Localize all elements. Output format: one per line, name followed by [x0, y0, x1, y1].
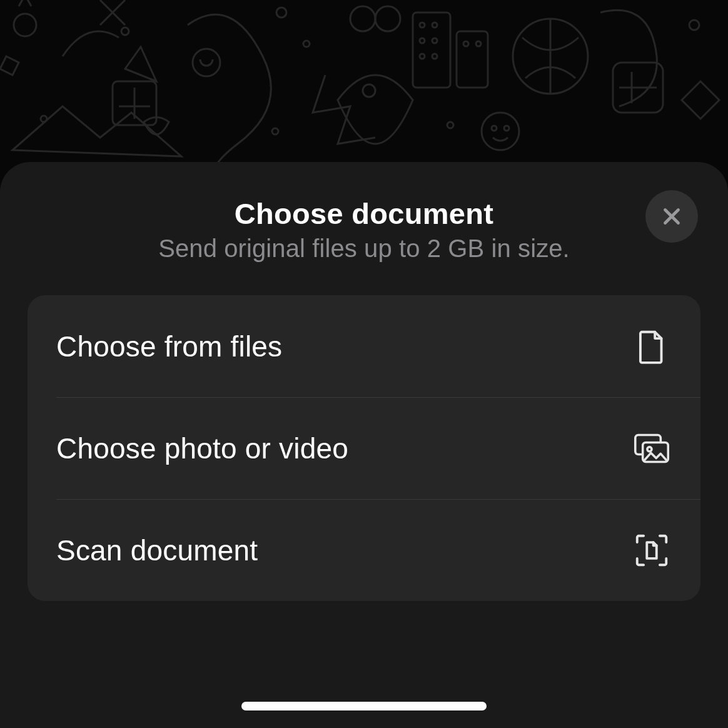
- home-indicator[interactable]: [241, 702, 487, 710]
- document-options-menu: Choose from files Choose photo or video: [28, 295, 700, 601]
- svg-point-22: [41, 116, 47, 122]
- sheet-subtitle: Send original files up to 2 GB in size.: [25, 235, 703, 263]
- svg-point-10: [420, 23, 425, 28]
- svg-point-21: [689, 20, 699, 30]
- action-sheet: Choose document Send original files up t…: [0, 162, 728, 728]
- svg-point-12: [420, 38, 425, 43]
- menu-item-label: Choose photo or video: [56, 432, 348, 465]
- svg-point-17: [463, 41, 468, 46]
- svg-point-23: [272, 128, 278, 134]
- svg-point-0: [14, 14, 36, 36]
- choose-photo-or-video-option[interactable]: Choose photo or video: [56, 397, 700, 499]
- scan-document-option[interactable]: Scan document: [56, 499, 700, 601]
- svg-point-1: [121, 28, 129, 35]
- sheet-header: Choose document Send original files up t…: [0, 196, 728, 263]
- file-icon: [632, 326, 672, 367]
- svg-point-7: [375, 6, 400, 31]
- svg-point-3: [193, 49, 220, 76]
- svg-point-18: [476, 41, 481, 46]
- svg-point-11: [432, 23, 437, 28]
- close-button[interactable]: [645, 190, 698, 243]
- svg-point-13: [432, 38, 437, 43]
- svg-point-6: [350, 6, 375, 31]
- svg-point-8: [363, 84, 375, 97]
- svg-rect-16: [457, 31, 488, 88]
- scan-document-icon: [632, 530, 672, 570]
- svg-point-4: [276, 8, 286, 18]
- close-icon: [660, 205, 683, 228]
- svg-point-26: [492, 126, 497, 131]
- svg-point-24: [447, 122, 453, 128]
- menu-item-label: Scan document: [56, 533, 258, 567]
- menu-item-label: Choose from files: [56, 330, 282, 363]
- svg-point-5: [303, 41, 310, 47]
- choose-from-files-option[interactable]: Choose from files: [28, 295, 700, 397]
- svg-point-14: [420, 54, 425, 59]
- svg-point-15: [432, 54, 437, 59]
- svg-point-27: [504, 126, 509, 131]
- svg-point-25: [482, 113, 519, 150]
- sheet-title: Choose document: [25, 196, 703, 231]
- photo-video-icon: [632, 428, 672, 468]
